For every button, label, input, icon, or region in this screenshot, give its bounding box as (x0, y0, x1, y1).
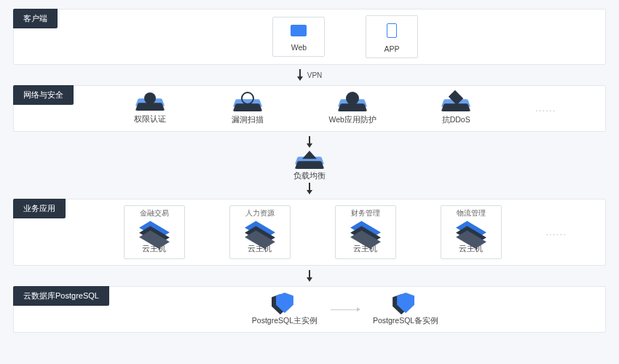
db-primary: PostgreSQL主实例 (252, 293, 318, 326)
tier-label-apps: 业务应用 (13, 199, 66, 218)
app-finance: 金融交易 云主机 (124, 205, 185, 259)
phone-icon (387, 23, 397, 38)
security-content: 权限认证 漏洞扫描 Web应用防护 抗DDoS ...... (14, 92, 596, 125)
db-standby: PostgreSQL备实例 (373, 293, 438, 326)
tier-db: 云数据库PostgreSQL PostgreSQL主实例 PostgreSQL备… (13, 286, 606, 333)
tier-security: 网络与安全 权限认证 漏洞扫描 Web应用防护 (13, 85, 606, 132)
app-fin-mgmt: 财务管理 云主机 (335, 205, 396, 259)
tier-client: 客户端 Web APP (13, 9, 606, 65)
tier-label-client: 客户端 (13, 9, 58, 28)
replication-arrow-icon (331, 309, 360, 310)
apps-more: ...... (546, 229, 567, 237)
app-hr: 人力资源 云主机 (229, 205, 291, 259)
client-content: Web APP (14, 15, 596, 58)
arrow-to-apps (13, 183, 606, 194)
sec-ddos: 抗DDoS (442, 92, 470, 125)
key-icon (144, 92, 156, 104)
target-icon (241, 92, 254, 105)
load-balancer: 负载均衡 (13, 151, 606, 181)
arrow-to-lb (13, 136, 606, 148)
server-stack-icon (459, 219, 484, 240)
monitor-icon (291, 25, 307, 36)
apps-content: 金融交易 云主机 人力资源 云主机 财务管理 云主机 (14, 205, 596, 259)
arrow-vpn: VPN (13, 69, 606, 81)
client-app: APP (366, 15, 417, 58)
sec-auth: 权限认证 (134, 92, 166, 124)
server-stack-icon (142, 219, 167, 240)
tier-label-security: 网络与安全 (13, 85, 74, 105)
server-stack-icon (353, 219, 378, 240)
tier-apps: 业务应用 金融交易 云主机 人力资源 云主机 财务管理 (13, 199, 606, 266)
arrow-to-db (13, 270, 606, 282)
app-logistics: 物流管理 云主机 (441, 205, 502, 259)
client-web: Web (272, 17, 325, 57)
server-stack-icon (248, 219, 272, 240)
sec-waf: Web应用防护 (328, 92, 376, 125)
sec-scan: 漏洞扫描 (232, 92, 264, 125)
sec-more: ...... (535, 105, 556, 113)
tier-label-db: 云数据库PostgreSQL (13, 286, 109, 306)
